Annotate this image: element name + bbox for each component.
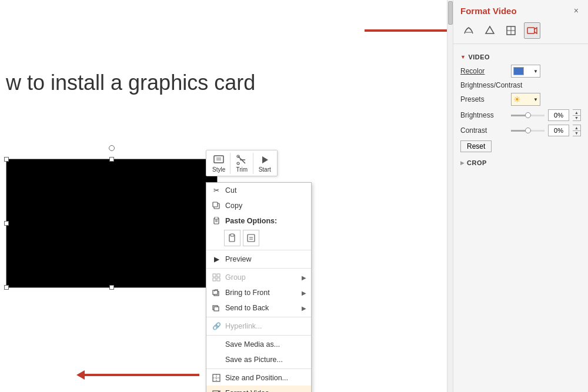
panel-title: Format Video [460,6,517,16]
trim-icon [235,153,248,166]
recolor-control: ▼ [511,65,581,78]
panel-tabs [453,19,588,44]
style-label: Style [212,166,225,173]
handle-bottom-left[interactable] [4,285,9,290]
presets-row: Presets ☀ ▼ [453,91,588,108]
bc-header-row: Brightness/Contrast [453,79,588,91]
sep-1 [206,250,311,250]
main-slide-area: w to install a graphics card Style [0,0,447,392]
context-menu-send-back[interactable]: Send to Back ▶ [206,300,311,316]
presets-dropdown-arrow: ▼ [533,97,538,102]
start-toolbar-item[interactable]: Start [256,152,273,174]
tab-video[interactable] [524,22,540,39]
group-label: Group [225,273,246,282]
arrow-left [76,370,199,380]
bring-front-icon [211,287,222,298]
context-menu-group: Group ▶ [206,270,311,285]
contrast-value[interactable]: 0% [548,125,569,136]
paste-option-1[interactable] [224,230,240,246]
handle-mid-left[interactable] [4,221,9,226]
video-section: ▼ VIDEO Recolor ▼ Brightness/Contrast [453,49,588,157]
contrast-slider-thumb[interactable] [525,128,531,133]
context-menu-size-position[interactable]: Size and Position... [206,370,311,386]
style-toolbar-item[interactable]: Style [210,152,228,174]
toolbar-sep-2 [253,153,253,174]
presets-button[interactable]: ☀ ▼ [511,93,540,106]
copy-icon [211,200,222,211]
brightness-slider-container [511,115,544,116]
save-media-label: Save Media as... [225,340,280,349]
svg-rect-11 [215,217,218,219]
brightness-row: Brightness 0% ▲ ▼ [453,108,588,123]
brightness-label: Brightness [460,111,507,119]
svg-rect-26 [214,307,219,311]
cut-icon: ✂ [211,185,222,196]
brightness-value[interactable]: 0% [548,109,569,121]
bc-header-label: Brightness/Contrast [460,81,522,89]
video-section-header[interactable]: ▼ VIDEO [453,51,588,63]
context-menu-save-picture[interactable]: Save as Picture... [206,352,311,367]
brightness-slider-track[interactable] [511,115,544,116]
crop-section-arrow: ▶ [460,160,465,166]
video-element[interactable] [6,159,218,288]
reset-button[interactable]: Reset [460,140,492,152]
recolor-dropdown-arrow: ▼ [533,69,538,74]
tab-shape[interactable] [482,22,498,39]
video-section-arrow: ▼ [460,54,466,60]
contrast-spinner[interactable]: ▲ ▼ [573,125,581,136]
main-scrollbar[interactable] [447,0,453,392]
tab-size[interactable] [503,22,519,39]
presets-label: Presets [460,95,507,103]
svg-rect-22 [217,278,220,281]
brightness-down[interactable]: ▼ [573,116,580,121]
toolbar-sep-1 [230,153,230,174]
handle-top-mid[interactable] [109,157,114,162]
svg-marker-7 [262,156,268,163]
contrast-up[interactable]: ▲ [573,125,580,131]
recolor-label: Recolor [460,67,507,75]
scrollbar-thumb[interactable] [448,1,453,25]
context-menu-save-media[interactable]: Save Media as... [206,337,311,352]
handle-top-left[interactable] [4,157,9,162]
video-section-label: VIDEO [468,53,490,61]
svg-rect-15 [230,234,234,236]
brightness-up[interactable]: ▲ [573,110,580,116]
recolor-button[interactable]: ▼ [511,65,540,78]
contrast-down[interactable]: ▼ [573,131,580,136]
tab-fill[interactable] [460,22,477,39]
recolor-row: Recolor ▼ [453,63,588,79]
context-menu-format-video[interactable]: Format Video... [206,386,311,392]
format-video-label: Format Video... [225,389,275,392]
bring-front-label: Bring to Front [225,289,270,297]
context-menu-copy[interactable]: Copy [206,198,311,213]
context-menu-bring-front[interactable]: Bring to Front ▶ [206,285,311,300]
brightness-slider-thumb[interactable] [525,112,531,118]
svg-rect-16 [248,234,255,242]
paste-icon [211,216,222,226]
crop-section[interactable]: ▶ CROP [453,157,588,169]
contrast-slider-track[interactable] [511,130,544,132]
trim-label: Trim [236,166,248,173]
save-media-icon [211,339,222,350]
panel-close-button[interactable]: × [572,5,581,16]
contrast-row: Contrast 0% ▲ ▼ [453,123,588,138]
rotate-handle[interactable] [109,145,115,151]
contrast-label: Contrast [460,126,507,135]
trim-toolbar-item[interactable]: Trim [233,152,250,174]
bring-front-arrow: ▶ [302,290,306,296]
arrow-right-line [365,29,447,32]
paste-option-2[interactable] [243,230,259,246]
handle-bottom-mid[interactable] [109,285,114,290]
group-arrow: ▶ [302,274,306,281]
sep-4 [206,335,311,336]
context-menu-hyperlink: 🔗 Hyperlink... [206,319,311,334]
arrow-left-line [85,374,199,376]
hyperlink-label: Hyperlink... [225,322,262,330]
sep-3 [206,317,311,317]
context-menu-cut[interactable]: ✂ Cut [206,183,311,198]
context-menu-preview[interactable]: ▶ Preview [206,252,311,267]
sep-2 [206,268,311,269]
brightness-spinner[interactable]: ▲ ▼ [573,109,581,121]
presets-control: ☀ ▼ [511,93,581,106]
format-video-panel: Format Video × [453,0,588,392]
